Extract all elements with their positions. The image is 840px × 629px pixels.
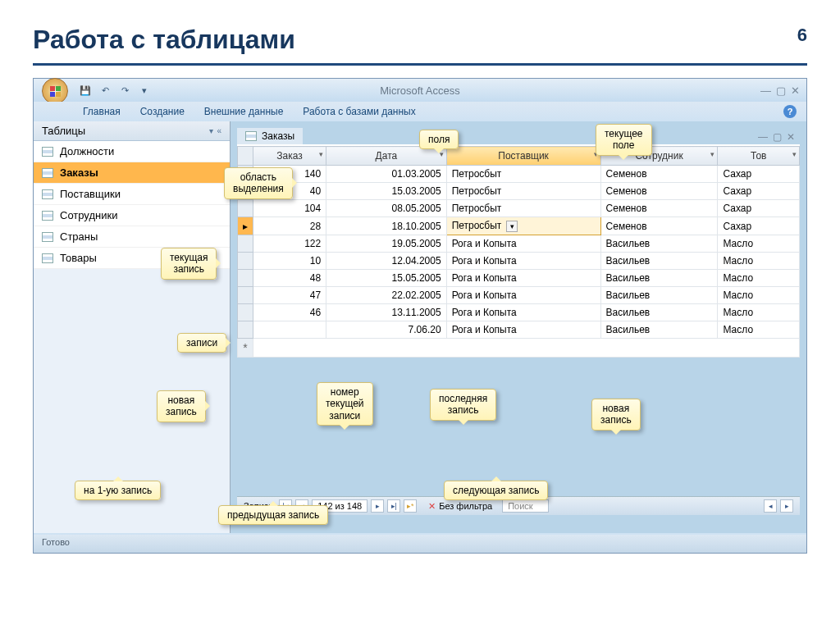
cell[interactable]: Петросбыт [446, 183, 600, 200]
cell[interactable]: Рога и Копыта [446, 287, 600, 304]
help-icon[interactable]: ? [783, 105, 797, 118]
table-row[interactable]: 4815.05.2005Рога и КопытаВасильевМасло [238, 270, 800, 287]
ribbon-tab[interactable]: Создание [140, 106, 185, 117]
cell[interactable]: Масло [718, 287, 800, 304]
column-header[interactable]: Заказ▾ [253, 147, 326, 166]
office-button[interactable] [42, 78, 68, 104]
cell[interactable]: Рога и Копыта [446, 270, 600, 287]
filter-indicator[interactable]: ✕Без фильтра [428, 501, 492, 512]
navpane-item[interactable]: Сотрудники [34, 205, 230, 226]
cell[interactable]: 10 [253, 253, 326, 270]
table-row[interactable]: 4613.11.2005Рога и КопытаВасильевМасло [238, 304, 800, 321]
ribbon-tab[interactable]: Работа с базами данных [303, 106, 415, 117]
cell[interactable]: Рога и Копыта [446, 321, 600, 339]
row-selector[interactable] [238, 321, 253, 339]
cell[interactable] [253, 321, 326, 339]
table-row[interactable]: 7.06.20Рога и КопытаВасильевМасло [238, 321, 800, 339]
save-icon[interactable]: 💾 [78, 83, 93, 98]
cell[interactable]: Масло [718, 253, 800, 270]
cell[interactable]: 13.11.2005 [326, 304, 446, 321]
table-row[interactable]: 1012.04.2005Рога и КопытаВасильевМасло [238, 253, 800, 270]
qat-dropdown-icon[interactable]: ▾ [137, 83, 152, 98]
cell[interactable]: 19.05.2005 [326, 235, 446, 253]
cell[interactable]: 12.04.2005 [326, 253, 446, 270]
table-row[interactable]: 4015.03.2005ПетросбытСеменовСахар [238, 183, 800, 200]
maximize-icon[interactable]: ▢ [776, 84, 786, 97]
cell[interactable]: Масло [718, 321, 800, 339]
cell[interactable]: Семенов [600, 166, 718, 183]
navpane-item[interactable]: Должности [34, 141, 230, 162]
tab-close-icon[interactable]: ✕ [787, 131, 795, 143]
cell[interactable]: Васильев [600, 321, 718, 339]
scroll-right-icon[interactable]: ▸ [780, 499, 793, 513]
cell[interactable]: 22.02.2005 [326, 287, 446, 304]
cell[interactable]: Сахар [718, 200, 800, 217]
cell[interactable]: Петросбыт▾ [446, 217, 600, 235]
cell[interactable]: Васильев [600, 270, 718, 287]
cell[interactable]: 01.03.2005 [326, 166, 446, 183]
cell[interactable]: Сахар [718, 166, 800, 183]
close-icon[interactable]: ✕ [791, 84, 800, 97]
table-row[interactable]: 14001.03.2005ПетросбытСеменовСахар [238, 166, 800, 183]
cell[interactable]: 104 [253, 200, 326, 217]
cell[interactable]: 46 [253, 304, 326, 321]
cell[interactable]: 08.05.2005 [326, 200, 446, 217]
cell[interactable]: Рога и Копыта [446, 235, 600, 253]
cell[interactable]: 7.06.20 [326, 321, 446, 339]
navpane-item[interactable]: Страны [34, 226, 230, 248]
collapse-icon[interactable]: « [217, 126, 221, 135]
tab-maximize-icon[interactable]: ▢ [773, 131, 782, 143]
navpane-header[interactable]: Таблицы ▾« [34, 121, 230, 141]
new-record-button[interactable]: ▸* [404, 499, 417, 513]
cell[interactable]: Масло [718, 235, 800, 253]
cell[interactable]: Петросбыт [446, 166, 600, 183]
cell[interactable]: 15.05.2005 [326, 270, 446, 287]
cell[interactable]: 48 [253, 270, 326, 287]
cell[interactable]: 15.03.2005 [326, 183, 446, 200]
cell[interactable]: Рога и Копыта [446, 253, 600, 270]
cell[interactable]: Васильев [600, 304, 718, 321]
redo-icon[interactable]: ↷ [117, 83, 132, 98]
table-row[interactable]: ▸2818.10.2005Петросбыт▾СеменовСахар [238, 217, 800, 235]
row-selector[interactable] [238, 200, 253, 217]
cell[interactable]: Васильев [600, 253, 718, 270]
cell[interactable]: Масло [718, 270, 800, 287]
cell[interactable]: Васильев [600, 235, 718, 253]
cell[interactable]: Масло [718, 304, 800, 321]
scroll-left-icon[interactable]: ◂ [764, 499, 777, 513]
last-record-button[interactable]: ▸| [387, 499, 400, 513]
cell[interactable]: Семенов [600, 183, 718, 200]
undo-icon[interactable]: ↶ [98, 83, 112, 98]
cell[interactable]: Рога и Копыта [446, 304, 600, 321]
tab-minimize-icon[interactable]: — [758, 131, 768, 143]
cell[interactable]: 122 [253, 235, 326, 253]
new-record-row[interactable]: * [238, 339, 800, 358]
dropdown-icon[interactable]: ▾ [506, 221, 518, 232]
cell[interactable]: Семенов [600, 200, 718, 217]
cell[interactable]: 28 [253, 217, 326, 235]
row-selector[interactable]: ▸ [238, 217, 253, 235]
navpane-item[interactable]: Заказы [34, 162, 230, 184]
ribbon-tab[interactable]: Внешние данные [204, 106, 284, 117]
data-grid[interactable]: Заказ▾Дата▾Поставщик▾Сотрудник▾Тов▾14001… [237, 144, 800, 358]
ribbon-tab[interactable]: Главная [83, 106, 121, 117]
table-row[interactable]: 12219.05.2005Рога и КопытаВасильевМасло [238, 235, 800, 253]
column-header[interactable]: Тов▾ [718, 147, 800, 166]
next-record-button[interactable]: ▸ [371, 499, 384, 513]
row-selector[interactable] [238, 270, 253, 287]
cell[interactable]: 18.10.2005 [326, 217, 446, 235]
row-selector[interactable] [238, 287, 253, 304]
row-selector[interactable] [238, 235, 253, 253]
dropdown-icon[interactable]: ▾ [209, 126, 213, 135]
select-all-corner[interactable] [238, 147, 253, 166]
row-selector[interactable] [238, 304, 253, 321]
cell[interactable]: Васильев [600, 287, 718, 304]
search-input[interactable]: Поиск [502, 499, 548, 513]
cell[interactable]: Семенов [600, 217, 718, 235]
cell[interactable]: Сахар [718, 183, 800, 200]
cell[interactable]: 47 [253, 287, 326, 304]
row-selector[interactable] [238, 253, 253, 270]
navpane-item[interactable]: Поставщики [34, 184, 230, 205]
table-row[interactable]: 10408.05.2005ПетросбытСеменовСахар [238, 200, 800, 217]
table-row[interactable]: 4722.02.2005Рога и КопытаВасильевМасло [238, 287, 800, 304]
